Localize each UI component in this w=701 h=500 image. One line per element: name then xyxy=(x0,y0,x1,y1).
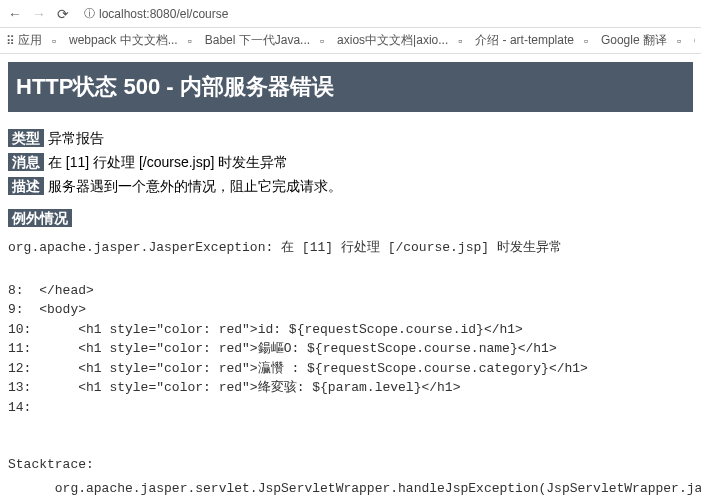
bookmark-label: webpack 中文文档... xyxy=(69,32,178,49)
bookmark-icon: ▫ xyxy=(677,34,691,48)
bookmark-icon: ▫ xyxy=(188,34,202,48)
stacktrace: org.apache.jasper.servlet.JspServletWrap… xyxy=(8,479,693,501)
bookmark-label: Overview (Java Pl... xyxy=(694,34,695,48)
error-type: 类型 异常报告 xyxy=(8,130,693,148)
error-description: 描述 服务器遇到一个意外的情况，阻止它完成请求。 xyxy=(8,178,693,196)
bookmark-item[interactable]: ▫介绍 - art-template xyxy=(458,32,574,49)
bookmark-icon: ▫ xyxy=(52,34,66,48)
exception-label: 例外情况 xyxy=(8,209,72,227)
address-bar[interactable]: ⓘ localhost:8080/el/course xyxy=(78,4,695,23)
bookmark-icon: ▫ xyxy=(458,34,472,48)
forward-button[interactable]: → xyxy=(30,5,48,23)
type-value: 异常报告 xyxy=(48,130,104,146)
bookmark-label: axios中文文档|axio... xyxy=(337,32,448,49)
message-value: 在 [11] 行处理 [/course.jsp] 时发生异常 xyxy=(48,154,288,170)
back-button[interactable]: ← xyxy=(6,5,24,23)
bookmark-icon: ▫ xyxy=(320,34,334,48)
info-icon: ⓘ xyxy=(84,6,95,21)
desc-label: 描述 xyxy=(8,177,44,195)
desc-value: 服务器遇到一个意外的情况，阻止它完成请求。 xyxy=(48,178,342,194)
error-message: 消息 在 [11] 行处理 [/course.jsp] 时发生异常 xyxy=(8,154,693,172)
bookmark-item[interactable]: ▫Google 翻译 xyxy=(584,32,667,49)
bookmark-item[interactable]: ▫webpack 中文文档... xyxy=(52,32,178,49)
bookmark-item[interactable]: ▫Babel 下一代Java... xyxy=(188,32,310,49)
bookmark-item[interactable]: ▫Overview (Java Pl... xyxy=(677,32,695,49)
apps-icon: ⠿ xyxy=(6,34,15,48)
bookmark-label: 介绍 - art-template xyxy=(475,32,574,49)
exception-line: org.apache.jasper.JasperException: 在 [11… xyxy=(8,238,693,258)
reload-button[interactable]: ⟳ xyxy=(54,5,72,23)
error-banner: HTTP状态 500 - 内部服务器错误 xyxy=(8,62,693,112)
bookmark-icon: ▫ xyxy=(584,34,598,48)
type-label: 类型 xyxy=(8,129,44,147)
bookmark-label: Google 翻译 xyxy=(601,32,667,49)
bookmark-label: Babel 下一代Java... xyxy=(205,32,310,49)
message-label: 消息 xyxy=(8,153,44,171)
url-text: localhost:8080/el/course xyxy=(99,7,228,21)
exception-header: 例外情况 xyxy=(8,210,693,228)
bookmark-item[interactable]: ▫axios中文文档|axio... xyxy=(320,32,448,49)
stacktrace-label: Stacktrace: xyxy=(8,455,693,475)
page-content: HTTP状态 500 - 内部服务器错误 类型 异常报告 消息 在 [11] 行… xyxy=(0,54,701,500)
browser-toolbar: ← → ⟳ ⓘ localhost:8080/el/course xyxy=(0,0,701,28)
source-snippet: 8: </head> 9: <body> 10: <h1 style="colo… xyxy=(8,281,693,418)
bookmarks-bar: ⠿ 应用 ▫webpack 中文文档...▫Babel 下一代Java...▫a… xyxy=(0,28,701,54)
apps-button[interactable]: ⠿ 应用 xyxy=(6,32,42,49)
